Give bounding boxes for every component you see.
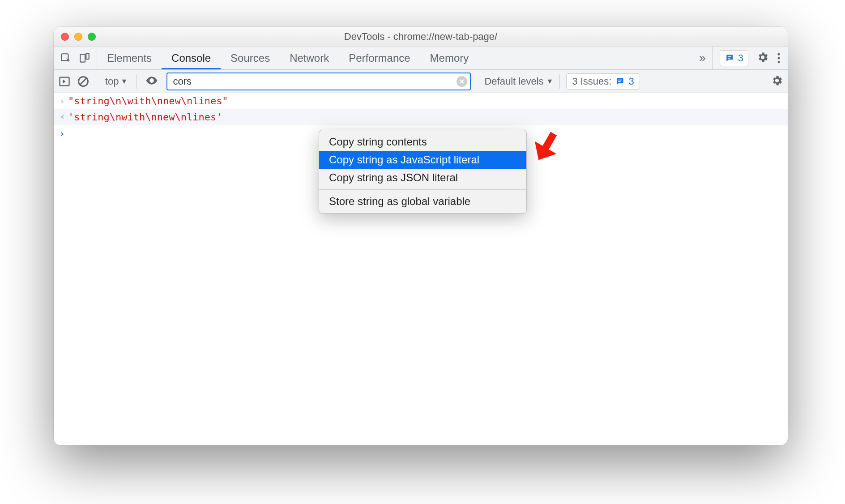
svg-rect-15 [618, 81, 621, 82]
menu-item-copy-string-as-json-literal[interactable]: Copy string as JSON literal [319, 169, 526, 187]
context-label: top [105, 76, 119, 87]
menu-separator [319, 189, 526, 190]
svg-point-6 [778, 57, 780, 59]
log-levels-dropdown[interactable]: Default levels ▼ [477, 76, 553, 87]
close-window-button[interactable] [61, 33, 69, 41]
svg-point-11 [151, 79, 153, 81]
menu-item-copy-string-contents[interactable]: Copy string contents [319, 133, 526, 151]
execution-context-dropdown[interactable]: top ▼ [102, 76, 130, 87]
console-settings-gear-icon[interactable] [771, 74, 783, 89]
chevron-down-icon: ▼ [546, 77, 554, 85]
kebab-menu-icon[interactable] [777, 52, 781, 64]
panel-tab-bar: Elements Console Sources Network Perform… [54, 47, 788, 70]
settings-gear-icon[interactable] [756, 51, 769, 65]
clear-console-icon[interactable] [77, 75, 90, 88]
menu-item-label: Copy string as JSON literal [329, 171, 458, 184]
context-menu: Copy string contents Copy string as Java… [319, 130, 527, 214]
issues-label: 3 Issues: [572, 76, 611, 87]
divider [559, 74, 560, 89]
traffic-lights [61, 33, 96, 41]
clear-filter-icon[interactable] [457, 76, 467, 87]
divider [137, 74, 137, 89]
console-text: 'string\nwith\nnew\nlines' [68, 111, 222, 123]
tab-elements[interactable]: Elements [97, 47, 162, 69]
tab-console[interactable]: Console [162, 47, 221, 69]
issues-button[interactable]: 3 Issues: 3 [566, 73, 640, 90]
tab-label: Console [171, 52, 211, 64]
console-row[interactable]: › "string\n\with\nnew\nlines" [54, 93, 788, 109]
tab-memory[interactable]: Memory [420, 47, 479, 69]
menu-item-label: Copy string contents [329, 136, 427, 148]
filter-input[interactable] [166, 73, 471, 90]
console-toolbar: top ▼ Default levels ▼ 3 [54, 70, 788, 93]
tab-label: Sources [230, 52, 270, 64]
window-title: DevTools - chrome://new-tab-page/ [54, 31, 788, 43]
input-arrow-icon: › [59, 95, 68, 107]
divider [96, 74, 96, 89]
message-icon [615, 77, 625, 86]
levels-label: Default levels [484, 76, 543, 87]
chevron-double-right-icon: » [699, 51, 705, 65]
tab-label: Memory [430, 52, 469, 64]
titlebar: DevTools - chrome://new-tab-page/ [54, 27, 788, 47]
console-messages-badge[interactable]: 3 [720, 50, 748, 66]
tab-label: Network [290, 52, 329, 64]
menu-item-store-as-global[interactable]: Store string as global variable [319, 192, 526, 210]
svg-rect-14 [618, 79, 622, 80]
minimize-window-button[interactable] [74, 33, 82, 41]
chevron-down-icon: ▼ [121, 77, 128, 85]
message-icon [725, 54, 734, 63]
console-row[interactable]: 'string\nwith\nnew\nlines' [54, 109, 788, 125]
toggle-sidebar-icon[interactable] [58, 75, 71, 88]
svg-rect-3 [728, 56, 731, 57]
menu-item-copy-string-as-js-literal[interactable]: Copy string as JavaScript literal [319, 151, 526, 169]
svg-point-5 [778, 53, 780, 55]
devtools-window: DevTools - chrome://new-tab-page/ Elemen… [54, 27, 788, 445]
output-arrow-icon [59, 111, 68, 123]
menu-item-label: Store string as global variable [329, 195, 470, 207]
tab-label: Performance [349, 52, 410, 64]
device-toolbar-icon[interactable] [79, 52, 90, 64]
panel-tabs: Elements Console Sources Network Perform… [97, 47, 693, 69]
tab-sources[interactable]: Sources [221, 47, 280, 69]
live-expression-icon[interactable] [143, 74, 160, 89]
svg-rect-4 [728, 58, 730, 59]
more-tabs-button[interactable]: » [693, 47, 712, 69]
svg-rect-1 [80, 54, 85, 62]
svg-line-10 [80, 77, 87, 85]
svg-rect-2 [86, 53, 89, 59]
zoom-window-button[interactable] [88, 33, 96, 41]
issues-count: 3 [628, 76, 634, 87]
message-count: 3 [738, 52, 743, 64]
tab-label: Elements [107, 52, 152, 64]
filter-box [166, 73, 471, 90]
tab-performance[interactable]: Performance [339, 47, 420, 69]
inspect-element-icon[interactable] [60, 52, 72, 64]
tab-network[interactable]: Network [280, 47, 339, 69]
svg-point-7 [778, 61, 780, 63]
console-text: "string\n\with\nnew\nlines" [68, 95, 228, 107]
console-output: › "string\n\with\nnew\nlines" 'string\nw… [54, 93, 788, 141]
prompt-arrow-icon: › [59, 128, 68, 139]
menu-item-label: Copy string as JavaScript literal [329, 154, 479, 166]
